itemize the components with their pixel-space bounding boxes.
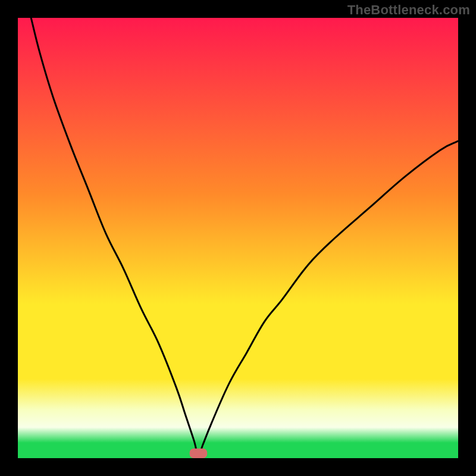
- plot-area: [18, 18, 458, 458]
- optimal-marker: [190, 449, 208, 458]
- outer-frame: TheBottleneck.com: [0, 0, 476, 476]
- watermark-text: TheBottleneck.com: [347, 2, 470, 18]
- bottleneck-chart: [18, 18, 458, 458]
- gradient-background: [18, 18, 458, 458]
